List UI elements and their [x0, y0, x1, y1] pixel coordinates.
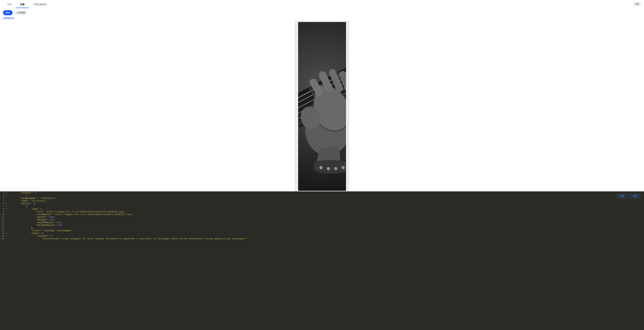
- svg-rect-23: [298, 22, 346, 191]
- editor-code-area[interactable]: "content": [ { "widgetName": "raShowcase…: [8, 191, 644, 330]
- main-tabs: 文件沙箱可视化编辑器: [3, 2, 50, 8]
- editor-split-line: [290, 191, 290, 330]
- hide-editor-link[interactable]: 隐藏编辑器: [0, 17, 644, 21]
- tab-1[interactable]: 沙箱: [16, 2, 29, 8]
- mobile-preview-frame: [295, 21, 349, 191]
- device-button-1[interactable]: 台式电脑: [14, 10, 28, 15]
- editor-gutter: 2 ▾3 ▾4 5 6 ▾7 ▾8 ▾9 10 11 12 13 14 15 1…: [0, 191, 8, 330]
- hide-button[interactable]: 隐藏: [629, 194, 641, 199]
- preview-area: [0, 21, 644, 191]
- editor-action-buttons: 重置 隐藏: [616, 194, 641, 199]
- reset-button[interactable]: 重置: [616, 194, 628, 199]
- device-button-0[interactable]: 移动: [3, 10, 12, 15]
- device-toolbar: 移动台式电脑: [0, 8, 644, 17]
- preview-image: [298, 22, 346, 191]
- tab-0[interactable]: 文件: [3, 2, 16, 8]
- language-switcher[interactable]: CN: [634, 2, 641, 7]
- tab-2[interactable]: 可视化编辑器: [29, 2, 50, 8]
- code-editor[interactable]: 2 ▾3 ▾4 5 6 ▾7 ▾8 ▾9 10 11 12 13 14 15 1…: [0, 191, 644, 330]
- header: 文件沙箱可视化编辑器 CN: [0, 0, 644, 8]
